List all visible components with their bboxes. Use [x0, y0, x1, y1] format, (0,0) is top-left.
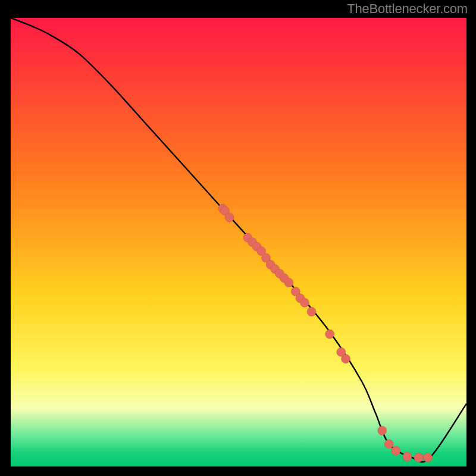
data-marker: [284, 278, 293, 287]
data-marker: [342, 355, 350, 364]
gradient-background: [11, 18, 466, 466]
data-marker: [423, 453, 432, 462]
data-marker: [414, 453, 423, 462]
data-marker: [225, 213, 234, 222]
data-marker: [392, 446, 400, 455]
data-marker: [378, 426, 387, 435]
chart-svg: [11, 18, 466, 466]
data-marker: [300, 298, 309, 307]
data-marker: [307, 307, 316, 316]
chart-frame: TheBottlenecker.com: [0, 0, 476, 476]
data-marker: [384, 440, 393, 449]
plot-area: [11, 18, 466, 466]
attribution-text: TheBottlenecker.com: [347, 1, 468, 17]
data-marker: [403, 452, 412, 461]
data-marker: [325, 330, 334, 339]
